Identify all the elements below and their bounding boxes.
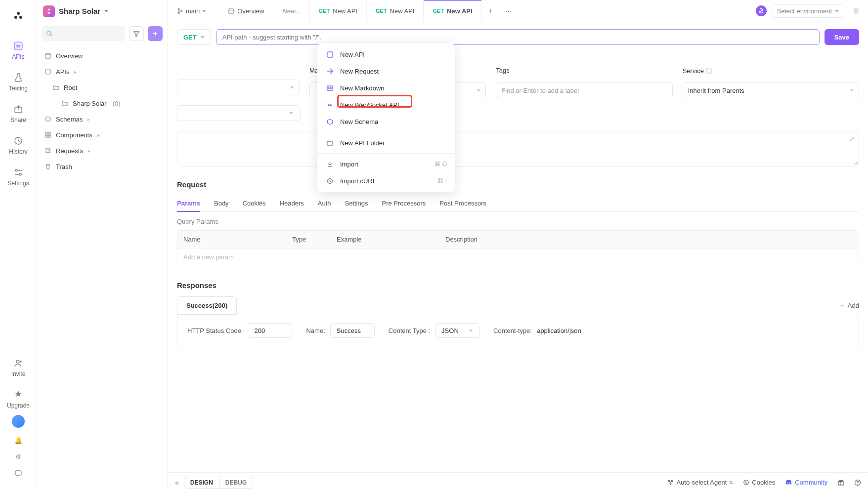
req-tab-headers[interactable]: Headers [280, 196, 304, 211]
req-tab-pre[interactable]: Pre Processors [382, 196, 426, 211]
help-icon[interactable]: ⓘ [706, 67, 712, 75]
app-logo[interactable] [9, 7, 27, 25]
req-tab-params[interactable]: Params [177, 196, 200, 212]
cookies-button[interactable]: Cookies [743, 479, 775, 486]
tab-more-button[interactable]: ⋯ [500, 0, 518, 22]
status-code-input[interactable]: 200 [248, 323, 292, 338]
project-name[interactable]: Sharp Solar [59, 7, 100, 15]
caret-icon: ▸ [97, 132, 100, 138]
rail-invite[interactable]: Invite [0, 352, 37, 383]
add-param-row[interactable]: Add a new param [177, 248, 859, 266]
new-tab-button[interactable]: ＋ [482, 0, 500, 22]
status-select[interactable] [177, 80, 300, 95]
svg-point-2 [19, 16, 22, 19]
req-tab-settings[interactable]: Settings [345, 196, 368, 211]
dd-import[interactable]: Import ⌘ O [317, 156, 455, 172]
overview-icon [44, 52, 52, 60]
collapse-button[interactable]: « [175, 479, 179, 487]
add-response-button[interactable]: ＋ Add [839, 301, 859, 310]
expand-icon[interactable]: ⤢ [849, 135, 855, 143]
method-selector[interactable]: GET [177, 29, 211, 45]
folder-selector[interactable] [177, 105, 301, 121]
chevron-down-icon [850, 89, 854, 92]
branch-selector[interactable]: main [173, 5, 210, 17]
chevron-down-icon [835, 10, 839, 12]
sync-status[interactable] [756, 5, 767, 16]
dd-new-websocket[interactable]: New WebSocket API [317, 96, 455, 113]
settings-icon [13, 167, 24, 178]
share-icon [13, 104, 24, 115]
new-button[interactable] [148, 26, 163, 41]
tree-schemas[interactable]: Schemas ▸ [37, 111, 168, 127]
tab-api-2[interactable]: GET New API [367, 0, 424, 22]
rail-history[interactable]: History [0, 129, 37, 161]
sidebar-search[interactable] [42, 26, 125, 41]
svg-point-9 [16, 360, 19, 363]
dd-new-request[interactable]: New Request [317, 63, 455, 80]
bell-icon[interactable]: 🔔 [14, 437, 22, 444]
separator [317, 132, 455, 132]
help-button[interactable] [854, 479, 861, 486]
rail-share[interactable]: Share [0, 98, 37, 129]
community-button[interactable]: Community [785, 479, 827, 486]
resize-handle[interactable]: ◢ [854, 160, 858, 165]
menu-button[interactable]: ☰ [849, 4, 863, 18]
filter-button[interactable] [129, 26, 144, 41]
tabs: Overview New... GET New API GET New API … [219, 0, 517, 22]
tree-sharp-solar[interactable]: Sharp Solar (0) [37, 95, 168, 111]
schema-icon [325, 117, 334, 126]
req-tab-post[interactable]: Post Processors [439, 196, 486, 211]
gift-button[interactable] [837, 479, 844, 486]
dd-new-schema[interactable]: New Schema [317, 113, 455, 130]
rail-settings[interactable]: Settings [0, 161, 37, 193]
tree-requests[interactable]: Requests ▸ [37, 143, 168, 159]
svg-rect-14 [45, 132, 47, 134]
tab-new[interactable]: New... [273, 0, 309, 22]
tree-overview[interactable]: Overview [37, 48, 168, 64]
plus-icon [152, 30, 159, 37]
tree-root[interactable]: Root [37, 80, 168, 95]
project-dropdown-caret[interactable] [104, 10, 108, 12]
feedback-icon[interactable] [14, 469, 22, 477]
response-name-input[interactable]: Success [330, 323, 375, 338]
debug-mode-button[interactable]: DEBUG [219, 477, 253, 488]
gear-icon[interactable]: ⚙ [15, 453, 21, 460]
req-tab-cookies[interactable]: Cookies [243, 196, 266, 211]
req-tab-auth[interactable]: Auth [318, 196, 331, 211]
query-params-label: Query Params [177, 218, 859, 225]
content-scroll[interactable]: Maintainer Tags Find or Enter to add a l… [168, 50, 868, 472]
tree-apis[interactable]: APIs ▸ [37, 64, 168, 80]
tree-components[interactable]: Components ▸ [37, 127, 168, 143]
nav-rail: 96 APIs Testing Share History Settings I… [0, 0, 37, 492]
chevron-down-icon [477, 89, 480, 92]
dd-new-api[interactable]: New API [317, 46, 455, 63]
save-button[interactable]: Save [825, 29, 859, 45]
user-avatar[interactable] [12, 415, 25, 428]
content-type-select[interactable]: JSON [435, 323, 479, 338]
dd-new-folder[interactable]: New API Folder [317, 134, 455, 151]
tree-trash[interactable]: Trash [37, 159, 168, 174]
dd-import-curl[interactable]: Import cURL ⌘ I [317, 172, 455, 189]
svg-point-28 [744, 480, 748, 485]
tab-overview[interactable]: Overview [219, 0, 273, 22]
folder-row [177, 105, 859, 131]
url-input[interactable] [216, 29, 820, 45]
svg-rect-10 [15, 471, 21, 475]
agent-selector[interactable]: Auto-select Agent ⇅ [667, 479, 733, 486]
req-tab-body[interactable]: Body [214, 196, 229, 211]
rail-upgrade[interactable]: Upgrade [0, 383, 37, 415]
dd-new-markdown[interactable]: New Markdown [317, 80, 455, 96]
description-textarea[interactable]: ⤢ ◢ [177, 131, 859, 166]
tab-api-1[interactable]: GET New API [310, 0, 367, 22]
rail-testing[interactable]: Testing [0, 66, 37, 98]
folder-icon [52, 83, 60, 91]
svg-rect-15 [48, 132, 50, 134]
svg-point-19 [178, 12, 179, 13]
rail-apis[interactable]: 96 APIs [0, 35, 37, 66]
design-mode-button[interactable]: DESIGN [184, 477, 219, 488]
service-select[interactable]: Inherit from Parents [683, 82, 859, 98]
response-tab[interactable]: Success(200) [177, 296, 237, 315]
environment-selector[interactable]: Select environment [772, 4, 844, 18]
tags-input[interactable]: Find or Enter to add a label [496, 82, 672, 98]
tab-api-3[interactable]: GET New API [424, 0, 481, 22]
